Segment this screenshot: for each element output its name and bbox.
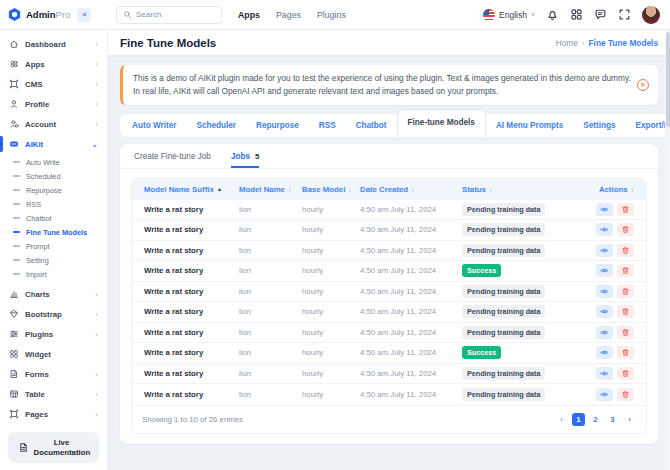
sidebar-item-forms[interactable]: Forms ›: [0, 364, 107, 384]
sidebar-item-apps[interactable]: Apps ›: [0, 54, 107, 74]
sidebar-item-account[interactable]: Account ›: [0, 114, 107, 134]
tab-repurpose[interactable]: Repurpose: [246, 116, 309, 137]
table-row: Write a rat story lion hourly 4:50 am Ju…: [132, 323, 646, 344]
tab-ai-menu-prompts[interactable]: AI Menu Prompts: [486, 116, 573, 137]
pagination-page-3[interactable]: 3: [606, 413, 619, 426]
apps-grid-button[interactable]: [570, 8, 583, 21]
chevron-icon: ⌄: [91, 140, 98, 149]
sidebar-subitem-rss[interactable]: RSS: [0, 197, 107, 211]
top-bar: AdminPro « AppsPagesPlugins English ˅: [0, 0, 670, 30]
page-scrollbar[interactable]: [665, 30, 670, 470]
top-nav-plugins[interactable]: Plugins: [317, 10, 346, 20]
delete-button[interactable]: [617, 203, 634, 216]
language-selector[interactable]: English ˅: [483, 9, 535, 21]
sidebar-subitem-auto-write[interactable]: Auto Write: [0, 155, 107, 169]
view-button[interactable]: [596, 244, 613, 257]
sidebar-item-bootstrap[interactable]: Bootstrap ›: [0, 304, 107, 324]
us-flag-icon: [483, 9, 495, 21]
sidebar-item-plugins[interactable]: Plugins ›: [0, 324, 107, 344]
sidebar-collapse-button[interactable]: «: [77, 8, 91, 22]
alert-text: This is a demo of AIKit plugin made for …: [133, 72, 632, 98]
view-button[interactable]: [596, 346, 613, 359]
delete-button[interactable]: [617, 367, 634, 380]
language-label: English: [499, 10, 527, 20]
tab-chatbot[interactable]: Chatbot: [346, 116, 397, 137]
column-header-model-name[interactable]: Model Name ↕: [239, 185, 302, 194]
tab-rss[interactable]: RSS: [309, 116, 346, 137]
tab-create-fine-tune-job[interactable]: Create Fine-tune Job: [134, 152, 211, 168]
tab-fine-tune-models[interactable]: Fine-tune Models: [397, 109, 486, 137]
tab-auto-writer[interactable]: Auto Writer: [122, 116, 186, 137]
fullscreen-button[interactable]: [618, 8, 631, 21]
cell-base-model: hourly: [302, 287, 360, 296]
view-button[interactable]: [596, 264, 613, 277]
view-button[interactable]: [596, 326, 613, 339]
notifications-button[interactable]: [546, 8, 559, 21]
view-button[interactable]: [596, 203, 613, 216]
column-header-status[interactable]: Status ↕: [462, 185, 590, 194]
column-header-date-created[interactable]: Date Created ↕: [360, 185, 462, 194]
sidebar-subitem-chatbot[interactable]: Chatbot: [0, 211, 107, 225]
cell-base-model: hourly: [302, 390, 360, 399]
sidebar-item-cms[interactable]: CMS ›: [0, 74, 107, 94]
column-header-model-name-suffix[interactable]: Model Name Suffix ▲: [144, 185, 239, 194]
delete-button[interactable]: [617, 223, 634, 236]
top-nav-apps[interactable]: Apps: [238, 10, 260, 20]
column-header-actions[interactable]: Actions ↕: [590, 185, 634, 194]
view-button[interactable]: [596, 367, 613, 380]
view-button[interactable]: [596, 285, 613, 298]
cell-actions: [590, 326, 634, 339]
sidebar-item-charts[interactable]: Charts ›: [0, 284, 107, 304]
cell-actions: [590, 223, 634, 236]
live-documentation-button[interactable]: Live Documentation: [8, 432, 99, 463]
trash-icon: [621, 287, 630, 296]
sidebar-item-dashboard[interactable]: Dashboard ›: [0, 34, 107, 54]
pagination-prev[interactable]: ‹: [555, 413, 568, 426]
pagination-page-2[interactable]: 2: [589, 413, 602, 426]
sidebar-subitem-scheduled[interactable]: Scheduled: [0, 169, 107, 183]
delete-button[interactable]: [617, 305, 634, 318]
tab-export-import-settings[interactable]: Export/Import Settings: [626, 116, 670, 137]
dash-icon: [13, 203, 20, 205]
sidebar-item-widget[interactable]: Widget: [0, 344, 107, 364]
delete-button[interactable]: [617, 326, 634, 339]
delete-button[interactable]: [617, 346, 634, 359]
scrollbar-thumb[interactable]: [666, 32, 670, 127]
top-nav-pages[interactable]: Pages: [276, 10, 301, 20]
sidebar-subitem-setting[interactable]: Setting: [0, 253, 107, 267]
cell-model-name-suffix: Write a rat story: [144, 266, 239, 275]
sidebar-subitem-prompt[interactable]: Prompt: [0, 239, 107, 253]
view-button[interactable]: [596, 305, 613, 318]
sidebar-item-profile[interactable]: Profile ›: [0, 94, 107, 114]
tab-scheduler[interactable]: Scheduler: [186, 116, 246, 137]
sidebar-item-aikit[interactable]: AIKit ⌄: [0, 134, 107, 154]
delete-button[interactable]: [617, 264, 634, 277]
alert-dismiss-button[interactable]: ✕: [637, 79, 649, 91]
search-input[interactable]: [136, 10, 215, 19]
column-header-base-model[interactable]: Base Model ↕: [302, 185, 360, 194]
cell-status: Pending training data: [462, 326, 590, 339]
sidebar-item-pages[interactable]: Pages ›: [0, 404, 107, 424]
delete-button[interactable]: [617, 388, 634, 401]
cell-model-name-suffix: Write a rat story: [144, 328, 239, 337]
breadcrumb-home[interactable]: Home: [556, 38, 578, 48]
status-badge: Pending training data: [462, 367, 545, 380]
view-button[interactable]: [596, 388, 613, 401]
tab-settings[interactable]: Settings: [573, 116, 625, 137]
sidebar-subitem-import[interactable]: Import: [0, 267, 107, 281]
view-button[interactable]: [596, 223, 613, 236]
tab-jobs[interactable]: Jobs 5: [231, 152, 259, 168]
cell-model-name-suffix: Write a rat story: [144, 369, 239, 378]
messages-button[interactable]: [594, 8, 607, 21]
sidebar-subitem-fine-tune-models[interactable]: Fine Tune Models: [0, 225, 107, 239]
delete-button[interactable]: [617, 244, 634, 257]
sidebar-item-table[interactable]: Table ›: [0, 384, 107, 404]
cell-date-created: 4:50 am July 11, 2024: [360, 369, 462, 378]
cell-model-name-suffix: Write a rat story: [144, 390, 239, 399]
pagination-next[interactable]: ›: [623, 413, 636, 426]
user-avatar[interactable]: [642, 6, 660, 24]
delete-button[interactable]: [617, 285, 634, 298]
pagination-page-1[interactable]: 1: [572, 413, 585, 426]
search-box[interactable]: [116, 6, 222, 24]
sidebar-subitem-repurpose[interactable]: Repurpose: [0, 183, 107, 197]
